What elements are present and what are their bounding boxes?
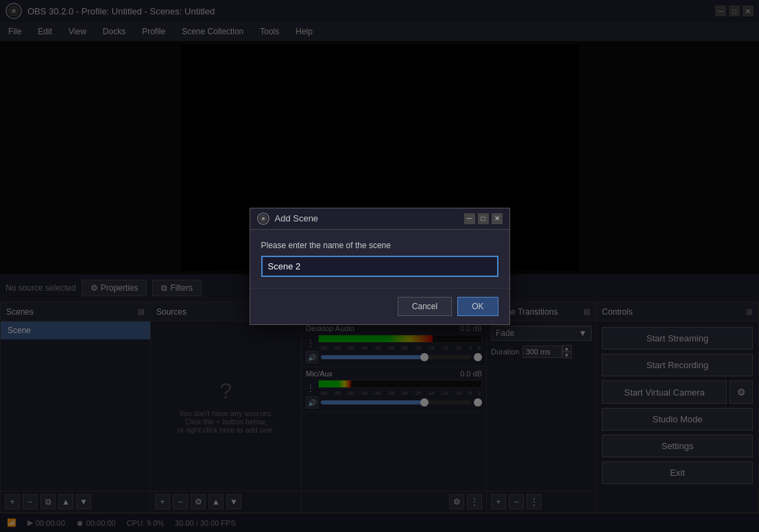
cancel-button[interactable]: Cancel [398,297,452,316]
svg-point-5 [261,217,265,220]
modal-minimize-button[interactable]: ─ [464,213,475,224]
ok-button[interactable]: OK [457,297,498,316]
modal-title-left: Add Scene [257,213,319,225]
modal-maximize-button[interactable]: □ [478,213,489,224]
modal-label: Please enter the name of the scene [261,241,498,250]
modal-footer: Cancel OK [250,288,509,324]
modal-titlebar: Add Scene ─ □ ✕ [250,208,509,230]
modal-close-button[interactable]: ✕ [492,213,503,224]
scene-name-input[interactable] [261,256,498,277]
modal-overlay: Add Scene ─ □ ✕ Please enter the name of… [0,0,759,532]
modal-controls: ─ □ ✕ [464,213,503,224]
modal-title: Add Scene [275,213,319,223]
add-scene-modal: Add Scene ─ □ ✕ Please enter the name of… [250,208,510,325]
modal-body: Please enter the name of the scene [250,230,509,288]
modal-obs-logo-icon [257,213,269,225]
